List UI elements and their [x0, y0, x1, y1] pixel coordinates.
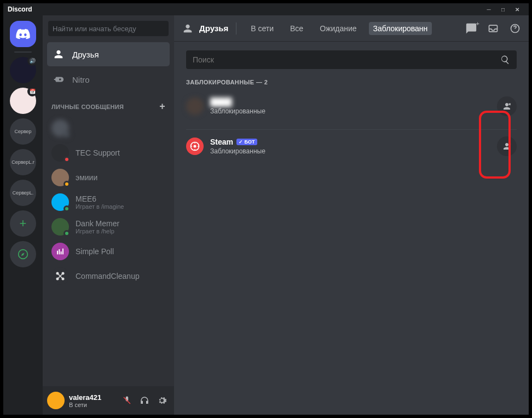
maximize-button[interactable]: □: [496, 3, 510, 15]
blocked-sub: Заблокированные: [210, 107, 490, 115]
dm-avatar: [51, 144, 69, 162]
tab-2[interactable]: Ожидание: [315, 22, 361, 35]
svg-rect-1: [57, 251, 58, 255]
server-badge: 📅: [27, 87, 37, 96]
svg-rect-4: [62, 249, 63, 255]
blocked-avatar: [186, 138, 204, 155]
search-input[interactable]: [193, 55, 500, 64]
explore-button[interactable]: [10, 241, 36, 267]
nitro-icon: [53, 73, 65, 85]
status-dot: [63, 230, 70, 237]
user-avatar[interactable]: [47, 392, 65, 409]
svg-rect-3: [61, 251, 62, 254]
status-dot: [63, 131, 70, 138]
dm-item[interactable]: [47, 116, 170, 140]
unblock-button[interactable]: [497, 96, 517, 116]
tab-3[interactable]: Заблокированн: [369, 22, 432, 35]
minimize-button[interactable]: ─: [482, 3, 496, 15]
sidebar-nitro[interactable]: Nitro: [47, 67, 170, 91]
dm-avatar: [51, 119, 69, 137]
dm-name: MEE6: [76, 194, 124, 203]
user-panel: valera421 В сети: [43, 386, 174, 415]
app-title: Discord: [8, 5, 32, 13]
blocked-name: ████: [210, 98, 490, 106]
user-status: В сети: [69, 402, 115, 408]
create-dm-button[interactable]: +: [159, 101, 165, 112]
dm-item[interactable]: Simple Poll: [47, 239, 170, 264]
add-server-button[interactable]: +: [10, 210, 36, 237]
dm-avatar: [51, 267, 69, 285]
server-icon[interactable]: 🔊: [10, 57, 36, 83]
deafen-button[interactable]: [137, 393, 152, 408]
sidebar: Найти или начать беседу Друзья Nitro ЛИЧ…: [43, 15, 174, 415]
server-icon[interactable]: 📅: [10, 88, 36, 114]
status-dot: [63, 181, 70, 187]
new-group-dm-button[interactable]: +: [465, 22, 477, 35]
dm-name: Dank Memer: [76, 219, 119, 228]
user-name: valera421: [69, 393, 115, 402]
server-icon[interactable]: Сервер: [10, 118, 36, 145]
dm-activity: Играет в /imagine: [76, 203, 124, 210]
dm-name: эмиии: [76, 173, 97, 182]
settings-button[interactable]: [154, 393, 170, 408]
dm-avatar: [51, 193, 69, 211]
dm-name: CommandCleanup: [76, 272, 140, 280]
titlebar: Discord ─ □ ✕: [3, 3, 529, 15]
tab-0[interactable]: В сети: [246, 22, 278, 35]
dm-avatar: [51, 169, 69, 186]
search-bar[interactable]: [186, 50, 517, 69]
guild-rail: 🔊📅СерверСерверL.rСерверL.+: [3, 15, 43, 415]
search-icon: [500, 55, 510, 65]
server-badge: 🔊: [27, 56, 37, 66]
blocked-sub: Заблокированные: [210, 147, 490, 155]
friends-icon: [182, 22, 194, 35]
blocked-user[interactable]: ████Заблокированные: [186, 90, 517, 123]
bot-badge: ✓ БОТ: [236, 139, 257, 145]
svg-point-12: [194, 145, 196, 148]
guild-separator: [14, 51, 32, 53]
dm-item[interactable]: Dank MemerИграет в /help: [47, 215, 170, 239]
friends-icon: [53, 48, 65, 60]
mute-button[interactable]: [119, 393, 135, 408]
tab-1[interactable]: Все: [286, 22, 308, 35]
status-dot: [63, 156, 70, 163]
inbox-button[interactable]: [487, 22, 499, 35]
close-button[interactable]: ✕: [510, 3, 524, 15]
unblock-button[interactable]: [497, 136, 517, 156]
blocked-avatar: [186, 98, 204, 115]
server-icon[interactable]: СерверL.r: [10, 149, 36, 175]
dm-item[interactable]: CommandCleanup: [47, 264, 170, 288]
dm-name: TEC Support: [76, 148, 120, 157]
dm-item[interactable]: эмиии: [47, 165, 170, 190]
home-button[interactable]: [10, 21, 36, 47]
dm-name: Simple Poll: [76, 247, 114, 256]
status-dot: [63, 205, 70, 212]
dm-avatar: [51, 218, 69, 236]
sidebar-friends[interactable]: Друзья: [47, 42, 170, 66]
quick-switcher[interactable]: Найти или начать беседу: [48, 21, 169, 36]
dm-item[interactable]: TEC Support: [47, 141, 170, 165]
help-button[interactable]: [509, 22, 521, 35]
svg-rect-2: [59, 249, 60, 254]
dm-header: ЛИЧНЫЕ СООБЩЕНИЯ +: [43, 92, 174, 116]
topbar: Друзья В сетиВсеОжиданиеЗаблокированн +: [174, 15, 529, 42]
server-icon[interactable]: СерверL.: [10, 180, 36, 206]
main-panel: Друзья В сетиВсеОжиданиеЗаблокированн +: [174, 15, 529, 415]
blocked-header: ЗАБЛОКИРОВАННЫЕ — 2: [186, 79, 517, 85]
dm-avatar: [51, 243, 69, 260]
dm-item[interactable]: MEE6Играет в /imagine: [47, 190, 170, 214]
blocked-user[interactable]: Steam✓ БОТЗаблокированные: [186, 129, 517, 163]
topbar-title: Друзья: [182, 22, 236, 35]
dm-activity: Играет в /help: [76, 228, 119, 234]
blocked-name: Steam✓ БОТ: [210, 138, 490, 146]
